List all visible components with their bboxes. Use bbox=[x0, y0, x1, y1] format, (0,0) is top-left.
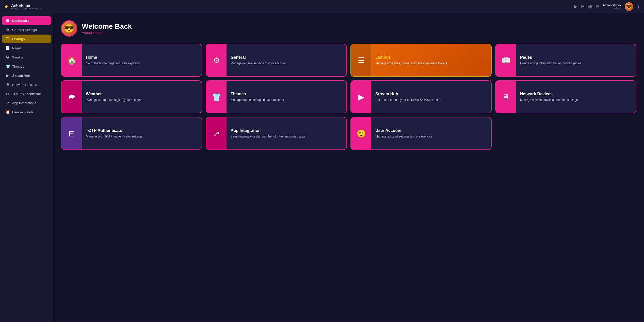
sidebar-label-themes: Themes bbox=[12, 65, 24, 68]
pages-card-desc: Create and publish information packed pa… bbox=[520, 61, 632, 66]
user-name: Administrator bbox=[603, 4, 621, 7]
sidebar-item-pages[interactable]: 📄 Pages bbox=[2, 44, 51, 52]
general-settings-icon: ⚙ bbox=[6, 28, 10, 32]
main-layout: ⊞ Dashboard ⚙ General Settings ☰ Listing… bbox=[0, 13, 644, 322]
listings-card-desc: Manage your links, todos, snippets in di… bbox=[375, 61, 487, 66]
sidebar-label-totp: TOTP Authenticator bbox=[12, 92, 41, 96]
sidebar-item-general-settings[interactable]: ⚙ General Settings bbox=[2, 25, 51, 34]
user-info: Administrator admin bbox=[603, 4, 621, 10]
logo-text: Astroluma Powered by Astroluma v1.0.0 bbox=[11, 3, 41, 10]
sidebar-label-user-accounts: User Accounts bbox=[12, 110, 34, 114]
welcome-heading: Welcome Back bbox=[82, 22, 132, 30]
card-themes[interactable]: 👕 Themes Manage theme settings of your a… bbox=[206, 80, 347, 113]
home-card-icon: 🏠 bbox=[61, 44, 82, 76]
home-card-desc: Go to the home page and start exploring bbox=[86, 61, 198, 66]
themes-card-title: Themes bbox=[231, 92, 342, 96]
totp-card-desc: Manage your TOTP authenticator settings bbox=[86, 134, 198, 139]
welcome-subtitle: Administrator bbox=[82, 30, 132, 35]
youtube-icon[interactable]: ▶ bbox=[574, 4, 577, 9]
sidebar-item-stream-hub[interactable]: ▶ Stream Hub bbox=[2, 71, 51, 80]
user-account-card-icon: 😊 bbox=[351, 117, 371, 149]
user-accounts-icon: ⏰ bbox=[6, 110, 10, 114]
sidebar-label-weather: Weather bbox=[12, 55, 25, 59]
listings-icon: ☰ bbox=[6, 37, 10, 41]
card-pages[interactable]: 📖 Pages Create and publish information p… bbox=[495, 44, 636, 77]
user-account-card-title: User Account bbox=[375, 128, 487, 133]
chevron-right-icon[interactable]: ❯ bbox=[637, 5, 640, 9]
app-subtitle: Powered by Astroluma v1.0.0 bbox=[11, 7, 41, 10]
stream-hub-card-desc: Setup and stream your RTSP/HLS/DASH feed… bbox=[375, 98, 487, 102]
sidebar-label-network-devices: Network Devices bbox=[12, 83, 37, 87]
sidebar-item-weather[interactable]: 🌤 Weather bbox=[2, 53, 51, 62]
totp-card-title: TOTP Authenticator bbox=[86, 128, 198, 133]
general-card-icon: ⚙ bbox=[206, 44, 227, 76]
dashboard-grid: 🏠 Home Go to the home page and start exp… bbox=[61, 44, 636, 150]
stream-hub-icon: ▶ bbox=[6, 73, 10, 78]
pages-card-title: Pages bbox=[520, 55, 632, 60]
general-card-desc: Manage general settings of your account bbox=[231, 61, 342, 66]
sidebar-item-totp-authenticator[interactable]: ⊟ TOTP Authenticator bbox=[2, 89, 51, 98]
listings-card-title: Listings bbox=[375, 55, 487, 60]
card-totp[interactable]: ⊟ TOTP Authenticator Manage your TOTP au… bbox=[61, 117, 202, 150]
weather-card-text: Weather Manage weather settings of your … bbox=[82, 81, 202, 113]
listings-card-icon: ☰ bbox=[351, 44, 371, 76]
dashboard-icon: ⊞ bbox=[6, 19, 10, 23]
sidebar-label-app-integrations: App Integrations bbox=[12, 101, 36, 105]
welcome-header: 😎 Welcome Back Administrator bbox=[61, 20, 636, 37]
network-devices-icon: 🖥 bbox=[6, 83, 10, 87]
stream-hub-card-title: Stream Hub bbox=[375, 92, 487, 96]
network-devices-card-icon: 🖥 bbox=[496, 81, 516, 113]
sidebar-item-network-devices[interactable]: 🖥 Network Devices bbox=[2, 80, 51, 89]
weather-card-desc: Manage weather settings of your account bbox=[86, 98, 198, 102]
card-home[interactable]: 🏠 Home Go to the home page and start exp… bbox=[61, 44, 202, 77]
card-weather[interactable]: 🌧 Weather Manage weather settings of you… bbox=[61, 80, 202, 113]
welcome-text: Welcome Back Administrator bbox=[82, 22, 132, 35]
general-card-text: General Manage general settings of your … bbox=[227, 44, 346, 76]
network-devices-card-text: Network Devices Manage network devices a… bbox=[516, 81, 636, 113]
sidebar-label-dashboard: Dashboard bbox=[12, 19, 29, 23]
card-user-account[interactable]: 😊 User Account Manage account settings a… bbox=[350, 117, 492, 150]
sidebar: ⊞ Dashboard ⚙ General Settings ☰ Listing… bbox=[0, 13, 53, 322]
top-nav-right: ▶ ⊞ ▦ ⊟ Administrator admin 😎 ❯ bbox=[574, 2, 640, 11]
card-listings[interactable]: ☰ Listings Manage your links, todos, sni… bbox=[350, 44, 492, 77]
grid-icon[interactable]: ▦ bbox=[588, 4, 592, 9]
totp-card-text: TOTP Authenticator Manage your TOTP auth… bbox=[82, 117, 202, 149]
app-integration-card-text: App Integration Setup integrations with … bbox=[227, 117, 346, 149]
themes-card-text: Themes Manage theme settings of your acc… bbox=[227, 81, 346, 113]
user-account-card-text: User Account Manage account settings and… bbox=[371, 117, 491, 149]
app-title: Astroluma bbox=[11, 3, 41, 7]
card-network-devices[interactable]: 🖥 Network Devices Manage network devices… bbox=[495, 80, 636, 113]
star-icon: ★ bbox=[4, 4, 9, 10]
sidebar-item-user-accounts[interactable]: ⏰ User Accounts bbox=[2, 108, 51, 116]
sidebar-label-stream-hub: Stream Hub bbox=[12, 74, 30, 78]
content-area: 😎 Welcome Back Administrator 🏠 Home Go t… bbox=[53, 13, 644, 322]
card-stream-hub[interactable]: ▶ Stream Hub Setup and stream your RTSP/… bbox=[350, 80, 492, 113]
weather-icon: 🌤 bbox=[6, 55, 10, 59]
sidebar-item-themes[interactable]: 👕 Themes bbox=[2, 62, 51, 71]
network-devices-card-desc: Manage network devices and their setting… bbox=[520, 98, 632, 102]
qr-icon[interactable]: ⊟ bbox=[596, 4, 599, 9]
network-devices-card-title: Network Devices bbox=[520, 92, 632, 96]
app-integration-card-desc: Setup integrations with number of other … bbox=[231, 134, 342, 139]
user-account-card-desc: Manage account settings and preferences bbox=[375, 134, 487, 139]
card-app-integration[interactable]: ↗ App Integration Setup integrations wit… bbox=[206, 117, 347, 150]
pages-card-text: Pages Create and publish information pac… bbox=[516, 44, 636, 76]
stream-hub-card-icon: ▶ bbox=[351, 81, 371, 113]
pages-card-icon: 📖 bbox=[496, 44, 516, 76]
user-role: admin bbox=[614, 7, 621, 10]
home-card-text: Home Go to the home page and start explo… bbox=[82, 44, 202, 76]
avatar[interactable]: 😎 bbox=[625, 2, 633, 11]
stream-hub-card-text: Stream Hub Setup and stream your RTSP/HL… bbox=[371, 81, 491, 113]
themes-icon: 👕 bbox=[6, 64, 10, 68]
top-nav: ★ Astroluma Powered by Astroluma v1.0.0 … bbox=[0, 0, 644, 13]
sidebar-item-listings[interactable]: ☰ Listings bbox=[2, 35, 51, 43]
general-card-title: General bbox=[231, 55, 342, 60]
monitor-icon[interactable]: ⊞ bbox=[581, 4, 585, 9]
sidebar-item-dashboard[interactable]: ⊞ Dashboard bbox=[2, 16, 51, 25]
sidebar-label-listings: Listings bbox=[12, 37, 25, 41]
sidebar-label-pages: Pages bbox=[12, 46, 22, 50]
home-card-title: Home bbox=[86, 55, 198, 60]
pages-icon: 📄 bbox=[6, 46, 10, 50]
sidebar-item-app-integrations[interactable]: ↗ App Integrations bbox=[2, 99, 51, 107]
card-general[interactable]: ⚙ General Manage general settings of you… bbox=[206, 44, 347, 77]
